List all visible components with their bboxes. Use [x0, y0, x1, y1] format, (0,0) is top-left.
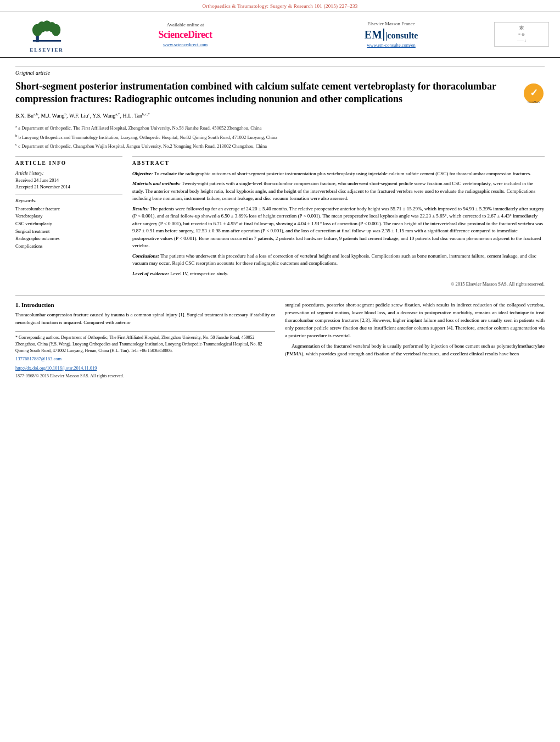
keywords-section: Keywords: Thoracolumbar fracture Vertebr… — [15, 194, 122, 250]
affiliations: a a Department of Orthopedic, The First … — [15, 124, 545, 150]
svg-rect-6 — [32, 40, 60, 42]
elsevier-tree-icon — [32, 16, 62, 46]
abstract-column: ABSTRACT Objective: To evaluate the radi… — [132, 157, 545, 288]
elsevier-masson-text: Elsevier Masson France — [367, 21, 415, 26]
small-info-box: 索 ≡ ⊖ ——.1 — [494, 22, 549, 46]
sciencedirect-url[interactable]: www.sciencedirect.com — [163, 42, 208, 47]
keywords-label: Keywords: — [15, 198, 122, 203]
conclusions-label: Conclusions: — [132, 253, 159, 259]
keyword-5: Radiographic outcomes — [15, 235, 122, 243]
affiliation-c: c c Department of Orthopedic, Changzhou … — [15, 142, 545, 150]
conclusions-text: The patients who underwent this procedur… — [132, 253, 536, 266]
corresponding-author-label: * Corresponding authors. Department of O… — [15, 334, 275, 354]
available-online-text: Available online at — [167, 22, 204, 27]
methods-text: Twenty-eight patients with a single-leve… — [132, 181, 535, 201]
article-info-abstract-row: ARTICLE INFO Article history: Received 2… — [15, 157, 545, 288]
sciencedirect-logo: ScienceDirect — [158, 29, 212, 41]
abstract-methods: Materials and methods: Twenty-eight pati… — [132, 180, 545, 203]
abstract-conclusions: Conclusions: The patients who underwent … — [132, 253, 545, 267]
sciencedirect-area: Available online at ScienceDirect www.sc… — [82, 22, 288, 47]
objective-label: Objective: — [132, 171, 153, 176]
intro-para-1: Thoracolumbar compression fracture cause… — [15, 311, 275, 327]
em-consulte-logo: EM|consulte — [365, 29, 418, 41]
footnote-area: * Corresponding authors. Department of O… — [15, 331, 275, 380]
keywords-list: Thoracolumbar fracture Vertebroplasty CS… — [15, 205, 122, 250]
intro-col-right: surgical procedures, posterior short-seg… — [285, 302, 545, 380]
abstract-level: Level of evidence: Level IV, retrospecti… — [132, 270, 545, 278]
article-history-label: Article history: — [15, 170, 122, 176]
journal-header: Orthopaedics & Traumatology: Surgery & R… — [0, 0, 560, 12]
article-type: Original article — [15, 66, 545, 76]
keyword-6: Complications — [15, 243, 122, 250]
results-label: Results: — [132, 206, 149, 211]
abstract-heading: ABSTRACT — [132, 160, 545, 166]
elsevier-label: ELSEVIER — [30, 47, 64, 53]
elsevier-logo: ELSEVIER — [30, 16, 64, 53]
em-consulte-url[interactable]: www.em-consulte.com/en — [367, 42, 416, 48]
keyword-2: Vertebroplasty — [15, 213, 122, 220]
intro-col-left: 1. Introduction Thoracolumbar compressio… — [15, 302, 275, 380]
email-link[interactable]: 13776817887@163.com — [15, 356, 61, 361]
objective-text: To evaluate the radiographic outcomes of… — [154, 171, 531, 176]
svg-point-5 — [51, 24, 60, 36]
methods-label: Materials and methods: — [132, 181, 181, 186]
keyword-4: Surgical treatment — [15, 228, 122, 236]
intro-body-left: Thoracolumbar compression fracture cause… — [15, 311, 275, 327]
issn-line: 1877-0568/© 2015 Elsevier Masson SAS. Al… — [15, 373, 275, 380]
main-content: Original article Short-segment posterior… — [0, 58, 560, 387]
affiliation-a: a a Department of Orthopedic, The First … — [15, 124, 545, 132]
intro-para-2: surgical procedures, posterior short-seg… — [285, 302, 545, 340]
authors: B.X. Bua,b, M.J. Wangb, W.F. Liuc, Y.S. … — [15, 111, 545, 120]
article-info-column: ARTICLE INFO Article history: Received 2… — [15, 157, 122, 288]
keyword-1: Thoracolumbar fracture — [15, 205, 122, 213]
abstract-content: Objective: To evaluate the radiographic … — [132, 170, 545, 288]
doi-link[interactable]: http://dx.doi.org/10.1016/j.otsr.2014.11… — [15, 365, 275, 372]
abstract-objective: Objective: To evaluate the radiographic … — [132, 170, 545, 178]
keyword-3: CSC vertebroplasty — [15, 220, 122, 228]
intro-heading: 1. Introduction — [15, 302, 275, 308]
level-text: Level IV, retrospective study. — [170, 271, 228, 276]
results-text: The patients were followed up for an ave… — [132, 206, 544, 249]
em-consulte-area: Elsevier Masson France EM|consulte www.e… — [288, 21, 494, 48]
received-date: Received 24 June 2014 — [15, 177, 122, 183]
level-label: Level of evidence: — [132, 271, 169, 276]
crossmark-badge[interactable]: ✓ CrossMark — [523, 82, 545, 104]
copyright-line: © 2015 Elsevier Masson SAS. All rights r… — [132, 281, 545, 288]
publisher-banner: ELSEVIER Available online at ScienceDire… — [0, 12, 560, 58]
affiliation-b: b b Luoyang Orthopedics and Traumatology… — [15, 133, 545, 141]
introduction-section: 1. Introduction Thoracolumbar compressio… — [15, 302, 545, 380]
article-info-heading: ARTICLE INFO — [15, 160, 122, 166]
svg-text:✓: ✓ — [530, 87, 538, 98]
page-container: Orthopaedics & Traumatology: Surgery & R… — [0, 0, 560, 742]
intro-body-right: surgical procedures, posterior short-seg… — [285, 302, 545, 358]
section-divider — [15, 295, 545, 296]
abstract-results: Results: The patients were followed up f… — [132, 205, 545, 250]
title-row: Short-segment posterior instrumentation … — [15, 80, 545, 106]
svg-text:CrossMark: CrossMark — [528, 101, 540, 103]
elsevier-logo-area: ELSEVIER — [11, 16, 82, 53]
accepted-date: Accepted 21 November 2014 — [15, 184, 122, 189]
journal-title: Orthopaedics & Traumatology: Surgery & R… — [202, 3, 357, 9]
intro-para-3: Augmentation of the fractured vertebral … — [285, 343, 545, 358]
article-title: Short-segment posterior instrumentation … — [15, 80, 517, 106]
